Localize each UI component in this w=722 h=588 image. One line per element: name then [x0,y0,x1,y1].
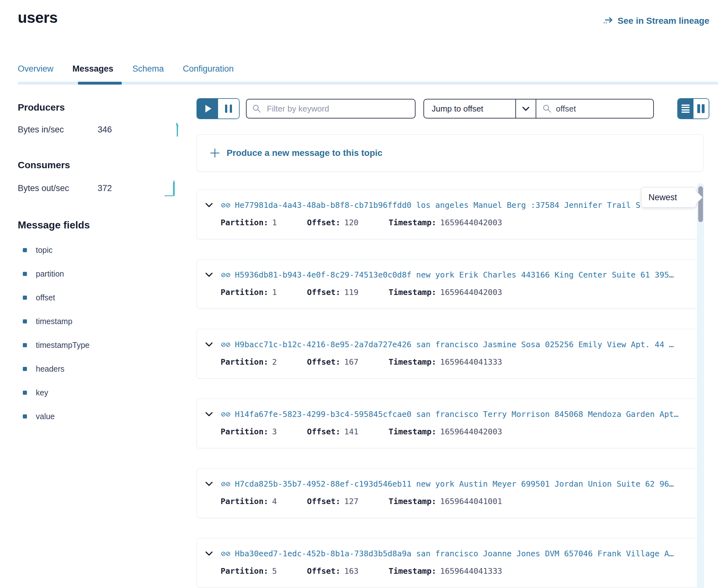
partition-label: Partition: [221,497,268,506]
page-title: users [18,9,58,26]
bytes-out-sparkline [164,180,181,196]
message-fields-list: topic partition offset timestamp timesta… [18,246,181,421]
dashed-arrow-right-icon [603,17,613,25]
message-row[interactable]: ⊘⊘ H14fa67fe-5823-4299-b3c4-595845cfcae0… [197,399,702,448]
offset-search-input[interactable] [556,104,638,114]
expand-chevron-icon[interactable] [205,272,213,277]
field-bullet-icon [23,414,27,419]
field-item-offset[interactable]: offset [18,293,181,302]
timestamp-label: Timestamp: [389,357,436,366]
see-in-stream-lineage-link[interactable]: See in Stream lineage [603,16,709,26]
jump-select-value: Jump to offset [424,104,515,114]
tab-overview[interactable]: Overview [18,64,54,81]
field-item-timestamp[interactable]: timestamp [18,317,181,326]
field-item-partition[interactable]: partition [18,269,181,278]
missing-glyph-icon: ⊘⊘ [221,340,230,349]
chevron-down-icon [522,106,530,111]
missing-glyph-icon: ⊘⊘ [221,201,230,210]
message-key: H7cda825b-35b7-4952-88ef-c193d546eb11 ne… [235,479,674,488]
message-row[interactable]: ⊘⊘ He77981da-4a43-48ab-b8f8-cb71b96ffdd0… [197,189,702,239]
column-view-icon [702,104,705,113]
timestamp-value: 1659644042003 [440,427,502,436]
producers-heading: Producers [18,102,181,113]
timestamp-label: Timestamp: [389,497,436,506]
partition-label: Partition: [221,427,268,436]
field-item-topic[interactable]: topic [18,246,181,255]
bytes-out-label: Bytes out/sec [18,184,98,193]
message-row[interactable]: ⊘⊘ Hba30eed7-1edc-452b-8b1a-738d3b5d8a9a… [197,538,702,588]
pause-button[interactable] [218,99,239,119]
message-row[interactable]: ⊘⊘ H7cda825b-35b7-4952-88ef-c193d546eb11… [197,468,702,518]
offset-label: Offset: [307,427,341,436]
field-item-timestampType[interactable]: timestampType [18,340,181,350]
newest-tooltip-label: Newest [648,193,677,203]
field-item-headers[interactable]: headers [18,364,181,374]
list-view-icon [681,105,690,113]
live-consume-toggle [197,98,240,119]
sidebar: Producers Bytes in/sec 346 Consumers Byt… [18,102,181,421]
timestamp-label: Timestamp: [389,288,436,297]
partition-value: 5 [272,566,277,576]
list-view-button[interactable] [678,99,694,119]
tab-configuration[interactable]: Configuration [183,64,234,81]
jump-to-offset-select[interactable]: Jump to offset [424,99,536,119]
offset-label: Offset: [307,497,341,506]
message-key: Hba30eed7-1edc-452b-8b1a-738d3b5d8a9a sa… [235,549,674,558]
pause-icon [225,105,227,113]
expand-chevron-icon[interactable] [205,482,213,486]
messages-toolbar: Jump to offset [197,98,709,119]
offset-value: 141 [344,427,358,436]
newest-tooltip: Newest [641,187,696,208]
message-key: H14fa67fe-5823-4299-b3c4-595845cfcae0 sa… [235,410,679,419]
tab-schema[interactable]: Schema [132,64,164,81]
offset-value: 167 [344,357,358,366]
view-mode-toggle [677,98,709,119]
produce-message-button[interactable]: Produce a new message to this topic [197,134,704,172]
message-row[interactable]: ⊘⊘ H5936db81-b943-4e0f-8c29-74513e0c0d8f… [197,259,702,309]
bytes-in-value: 346 [98,125,112,135]
bytes-in-metric: Bytes in/sec 346 [18,122,181,137]
missing-glyph-icon: ⊘⊘ [221,549,230,558]
produce-message-label: Produce a new message to this topic [227,148,383,158]
tab-messages[interactable]: Messages [73,64,114,81]
play-button[interactable] [197,99,218,119]
tab-underline-track [18,82,718,85]
partition-value: 1 [272,218,277,227]
offset-value: 127 [344,497,358,506]
filter-by-keyword-input[interactable] [246,99,415,119]
lineage-link-label: See in Stream lineage [618,16,709,26]
scrollbar-thumb[interactable] [698,186,703,222]
active-tab-indicator [78,82,122,85]
bytes-in-label: Bytes in/sec [18,125,98,135]
timestamp-value: 1659644041001 [440,497,502,506]
expand-chevron-icon[interactable] [205,412,213,417]
expand-chevron-icon[interactable] [205,203,213,208]
offset-label: Offset: [307,357,341,366]
consumers-heading: Consumers [18,160,181,170]
message-row[interactable]: ⊘⊘ H9bacc71c-b12c-4216-8e95-2a7da727e426… [197,329,702,379]
partition-value: 2 [272,357,277,366]
field-bullet-icon [23,391,27,395]
message-key: He77981da-4a43-48ab-b8f8-cb71b96ffdd0 lo… [235,201,640,210]
message-key: H5936db81-b943-4e0f-8c29-74513e0c0d8f ne… [235,270,674,279]
column-view-button[interactable] [694,99,709,119]
offset-value: 120 [344,218,358,227]
missing-glyph-icon: ⊘⊘ [221,479,230,488]
timestamp-value: 1659644042003 [440,218,502,227]
partition-label: Partition: [221,566,268,576]
scrollbar-track[interactable] [697,183,704,588]
field-item-value[interactable]: value [18,412,181,421]
expand-chevron-icon[interactable] [205,342,213,347]
field-bullet-icon [23,319,27,323]
missing-glyph-icon: ⊘⊘ [221,410,230,419]
timestamp-value: 1659644041333 [440,357,502,366]
plus-icon [210,148,220,158]
offset-label: Offset: [307,218,341,227]
partition-value: 1 [272,288,277,297]
message-fields-heading: Message fields [18,219,181,231]
expand-chevron-icon[interactable] [205,551,213,556]
field-item-key[interactable]: key [18,388,181,397]
partition-value: 3 [272,427,277,436]
offset-label: Offset: [307,566,341,576]
offset-label: Offset: [307,288,341,297]
